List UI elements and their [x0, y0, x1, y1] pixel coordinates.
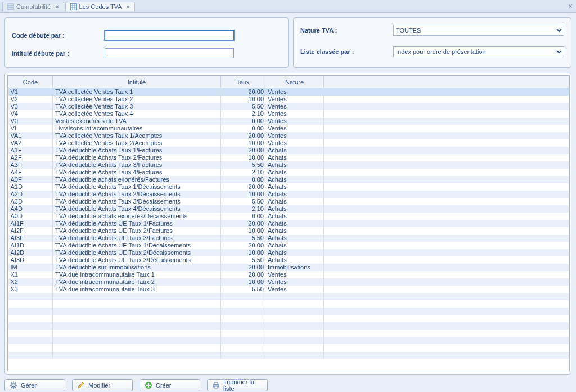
table-row[interactable]: V0Ventes exonérées de TVA0,00Ventes — [8, 118, 569, 125]
cell-nature: Immobilisations — [266, 264, 324, 271]
tab-comptabilite[interactable]: Comptabilité × — [2, 2, 64, 11]
cell-empty — [266, 300, 324, 308]
cell-nature: Achats — [266, 154, 324, 161]
field-code-debute: Code débute par : — [12, 30, 281, 40]
table-row[interactable]: A3FTVA déductible Achats Taux 3/Factures… — [8, 161, 569, 169]
table-row[interactable]: A1DTVA déductible Achats Taux 1/Décaisse… — [8, 183, 569, 191]
cell-spacer — [324, 242, 569, 249]
cell-empty — [53, 308, 221, 315]
table-row[interactable]: V1TVA collectée Ventes Taux 120,00Ventes — [8, 88, 569, 96]
table-row[interactable]: A2DTVA déductible Achats Taux 2/Décaisse… — [8, 191, 569, 198]
col-code[interactable]: Code — [8, 76, 53, 88]
table-row[interactable]: A2FTVA déductible Achats Taux 2/Factures… — [8, 154, 569, 161]
cell-spacer — [324, 183, 569, 191]
table-row[interactable]: AI3FTVA déductible Achats UE Taux 3/Fact… — [8, 235, 569, 242]
cell-spacer — [324, 139, 569, 147]
table-row[interactable]: A3DTVA déductible Achats Taux 3/Décaisse… — [8, 198, 569, 205]
table-row[interactable]: V4TVA collectée Ventes Taux 42,10Ventes — [8, 110, 569, 118]
table-row-empty — [8, 344, 569, 352]
liste-classee-select[interactable]: Index pour ordre de présentation — [393, 46, 564, 57]
table-row[interactable]: AI1DTVA déductible Achats UE Taux 1/Déca… — [8, 242, 569, 249]
cell-empty — [324, 330, 569, 337]
window-close-icon[interactable]: × — [568, 2, 573, 11]
cell-empty — [221, 344, 266, 352]
col-nature[interactable]: Nature — [266, 76, 324, 88]
tab-codes-tva[interactable]: Les Codes TVA × — [65, 2, 135, 11]
table-row[interactable]: V3TVA collectée Ventes Taux 35,50Ventes — [8, 103, 569, 110]
cell-taux: 20,00 — [221, 242, 266, 249]
cell-taux: 10,00 — [221, 227, 266, 235]
cell-empty — [53, 337, 221, 344]
cell-intitule: TVA collectée Ventes Taux 3 — [53, 103, 221, 110]
svg-line-14 — [15, 387, 16, 388]
cell-intitule: TVA déductible Achats Taux 3/Décaissemen… — [53, 198, 221, 205]
close-icon[interactable]: × — [55, 3, 58, 10]
table-row[interactable]: A1FTVA déductible Achats Taux 1/Factures… — [8, 147, 569, 154]
table-row[interactable]: VILivraisons intracommunautaires0,00Vent… — [8, 125, 569, 132]
cell-nature: Achats — [266, 249, 324, 256]
cell-code: IM — [8, 264, 53, 271]
table-panel: Code Intitulé Taux Nature V1TVA collecté… — [4, 73, 572, 375]
col-intitule[interactable]: Intitulé — [53, 76, 221, 88]
imprimer-button[interactable]: Imprimer la liste — [207, 379, 268, 391]
table-row[interactable]: IMTVA déductible sur immobilisations20,0… — [8, 264, 569, 271]
cell-nature: Ventes — [266, 96, 324, 103]
tva-grid[interactable]: Code Intitulé Taux Nature V1TVA collecté… — [7, 75, 570, 371]
table-row[interactable]: X3TVA due intracommunautaire Taux 35,50V… — [8, 286, 569, 293]
gear-icon — [10, 381, 17, 389]
table-row[interactable]: A4FTVA déductible Achats Taux 4/Factures… — [8, 169, 569, 176]
intitule-debute-input[interactable] — [105, 48, 234, 58]
cell-taux: 20,00 — [221, 132, 266, 139]
cell-empty — [221, 293, 266, 300]
cell-spacer — [324, 96, 569, 103]
cell-nature: Achats — [266, 227, 324, 235]
cell-code: V0 — [8, 118, 53, 125]
col-taux[interactable]: Taux — [221, 76, 266, 88]
svg-point-8 — [12, 384, 15, 387]
cell-spacer — [324, 198, 569, 205]
gerer-button[interactable]: Gérer — [4, 379, 65, 391]
table-row[interactable]: AI1FTVA déductible Achats UE Taux 1/Fact… — [8, 220, 569, 227]
cell-code: A0D — [8, 213, 53, 220]
code-debute-input[interactable] — [105, 30, 234, 40]
table-row-empty — [8, 315, 569, 322]
cell-empty — [221, 352, 266, 359]
cell-intitule: TVA déductible Achats Taux 4/Décaissemen… — [53, 205, 221, 213]
cell-taux: 10,00 — [221, 278, 266, 286]
table-row-empty — [8, 322, 569, 330]
modifier-button[interactable]: Modifier — [72, 379, 133, 391]
nature-tva-select[interactable]: TOUTES — [393, 25, 564, 36]
table-row[interactable]: AI3DTVA déductible Achats UE Taux 3/Déca… — [8, 256, 569, 264]
plus-icon — [145, 381, 152, 389]
table-row[interactable]: AI2FTVA déductible Achats UE Taux 2/Fact… — [8, 227, 569, 235]
cell-empty — [8, 352, 53, 359]
cell-intitule: TVA collectée Ventes Taux 2/Acomptes — [53, 139, 221, 147]
cell-nature: Achats — [266, 205, 324, 213]
creer-button[interactable]: Créer — [140, 379, 200, 391]
cell-code: A4D — [8, 205, 53, 213]
cell-spacer — [324, 118, 569, 125]
table-row[interactable]: A0FTVA déductible achats exonérés/Factur… — [8, 176, 569, 183]
svg-line-13 — [11, 383, 12, 384]
table-row[interactable]: A0DTVA déductible achats exonérés/Décais… — [8, 213, 569, 220]
cell-spacer — [324, 220, 569, 227]
table-header-row: Code Intitulé Taux Nature — [8, 76, 569, 88]
table-row[interactable]: A4DTVA déductible Achats Taux 4/Décaisse… — [8, 205, 569, 213]
table-row[interactable]: V2TVA collectée Ventes Taux 210,00Ventes — [8, 96, 569, 103]
table-row[interactable]: X1TVA due intracommunautaire Taux 120,00… — [8, 271, 569, 278]
table-row[interactable]: VA2TVA collectée Ventes Taux 2/Acomptes1… — [8, 139, 569, 147]
cell-empty — [221, 337, 266, 344]
table-row[interactable]: X2TVA due intracommunautaire Taux 210,00… — [8, 278, 569, 286]
cell-code: AI1D — [8, 242, 53, 249]
cell-intitule: TVA déductible achats exonérés/Décaissem… — [53, 213, 221, 220]
content-area: Code débute par : Intitulé débute par : … — [0, 13, 576, 392]
table-row[interactable]: VA1TVA collectée Ventes Taux 1/Acomptes2… — [8, 132, 569, 139]
cell-spacer — [324, 110, 569, 118]
cell-spacer — [324, 213, 569, 220]
close-icon[interactable]: × — [127, 3, 130, 10]
table-row[interactable]: AI2DTVA déductible Achats UE Taux 2/Déca… — [8, 249, 569, 256]
cell-empty — [53, 352, 221, 359]
cell-intitule: TVA collectée Ventes Taux 2 — [53, 96, 221, 103]
cell-empty — [324, 308, 569, 315]
cell-taux: 2,10 — [221, 110, 266, 118]
